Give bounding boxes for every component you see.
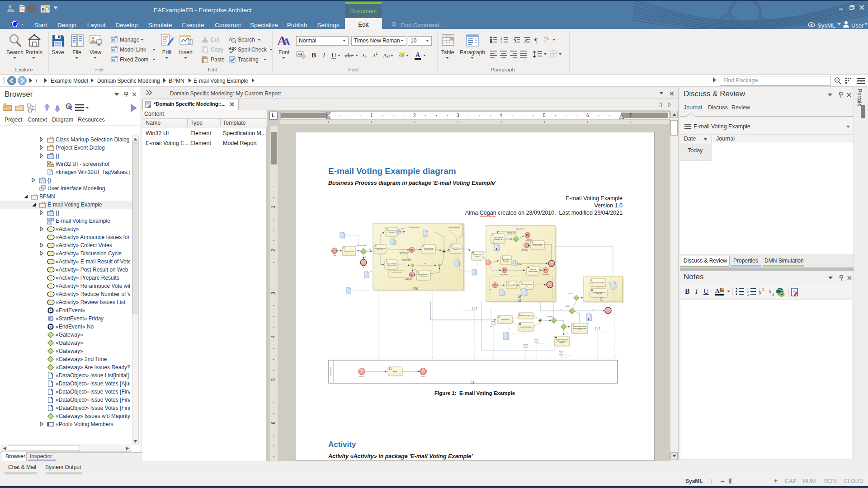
svg-text:¶: ¶: [534, 37, 538, 44]
svg-text:1: 1: [747, 287, 749, 291]
svg-text:A: A: [715, 287, 720, 294]
svg-text:3: 3: [500, 41, 502, 44]
svg-text:Yes: Yes: [592, 309, 594, 310]
svg-text:B: B: [311, 52, 316, 59]
svg-text:Friday: Friday: [333, 254, 336, 256]
svg-text:1: 1: [370, 113, 373, 118]
svg-text:5 days: 5 days: [401, 228, 404, 230]
svg-text:U: U: [331, 52, 336, 59]
svg-text:No: No: [566, 333, 568, 334]
svg-text:3: 3: [457, 113, 459, 118]
svg-text:Change Votes: Change Votes: [595, 293, 603, 295]
svg-text:Vote: Vote: [578, 329, 581, 331]
svg-text:No: No: [363, 267, 364, 268]
svg-text:Aa: Aa: [297, 52, 302, 56]
svg-text:4: 4: [271, 335, 276, 338]
svg-text:2: 2: [271, 249, 276, 252]
svg-text:2: 2: [762, 287, 764, 292]
svg-text:call Discussion: call Discussion: [420, 275, 428, 277]
svg-text:Review Issue List: Review Issue List: [344, 250, 354, 252]
svg-text:Vote: Vote: [491, 326, 493, 327]
svg-text:Before 1 day: Before 1 day: [542, 273, 549, 275]
svg-text:Deadline Warning: Deadline Warning: [528, 271, 538, 272]
svg-text:E-mail Results of Votes: E-mail Results of Votes: [520, 326, 533, 328]
svg-text:Thursday 9am?: Thursday 9am?: [404, 279, 413, 281]
svg-text:5: 5: [271, 378, 276, 381]
svg-text:ABC: ABC: [229, 46, 236, 51]
svg-text:Thursday 9am: Thursday 9am: [521, 250, 528, 252]
svg-text:Post Results on Web Site: Post Results on Web Site: [519, 315, 533, 317]
svg-text:Act Vote: Act Vote: [393, 371, 397, 372]
svg-text:Start[over]: Start[over]: [359, 376, 364, 377]
svg-text:A: A: [283, 36, 291, 47]
svg-text:Are Issues Ready?: Are Issues Ready?: [357, 244, 367, 246]
svg-text:Vote Results: Vote Results: [518, 348, 524, 350]
svg-text:Progress: Progress: [453, 249, 458, 250]
svg-text:for Vote: for Vote: [476, 256, 480, 258]
svg-text:6: 6: [586, 113, 589, 118]
svg-text:Relay 0 E-Rule: Relay 0 E-Rule: [500, 274, 508, 276]
svg-text:Deadline Warning: Deadline Warning: [424, 249, 434, 251]
svg-text:Voting Members: Voting Members: [330, 366, 332, 376]
svg-text:Conference Call: Conference Call: [387, 264, 396, 266]
svg-text:Discussion: Discussion: [377, 249, 383, 251]
svg-text:Deadline Warning: Deadline Warning: [537, 343, 546, 344]
svg-text:x: x: [769, 288, 772, 295]
svg-text:Vote Announcement: Vote Announcement: [463, 310, 473, 311]
svg-text:solutions.: solutions.: [448, 230, 453, 231]
svg-text:No: No: [365, 256, 367, 258]
svg-text:14 Days: 14 Days: [517, 263, 522, 265]
svg-text:Change Vote Request: Change Vote Request: [599, 331, 610, 333]
svg-text:every two weeks: every two weeks: [392, 273, 401, 275]
svg-text:5: 5: [543, 113, 546, 118]
svg-text:Conference Call: Conference Call: [494, 239, 502, 240]
svg-text:Reduce to Two Solutions: Reduce to Two Solutions: [591, 282, 604, 284]
svg-text:Site: Site: [526, 285, 528, 287]
svg-text:7: 7: [629, 113, 632, 118]
svg-text:1: 1: [271, 206, 276, 208]
svg-text:2: 2: [772, 292, 774, 297]
svg-text:Discussion Cycle: Discussion Cycle: [410, 226, 420, 228]
svg-text:Discussion: Discussion: [389, 232, 395, 234]
svg-text:Collect Votes: Collect Votes: [516, 228, 524, 230]
svg-text:Majority?: Majority?: [565, 306, 570, 307]
svg-text:Prepare Results: Prepare Results: [501, 319, 509, 320]
svg-text:U: U: [703, 287, 709, 295]
svg-text:No: No: [414, 269, 416, 271]
svg-text:Yes: Yes: [560, 309, 562, 310]
svg-text:I: I: [322, 52, 326, 59]
svg-text:3: 3: [271, 292, 276, 295]
svg-text:Aa: Aa: [383, 52, 390, 59]
svg-text:A: A: [415, 52, 420, 58]
svg-text:Yes: Yes: [369, 249, 371, 250]
svg-text:Discussion Mode?: Discussion Mode?: [401, 260, 411, 262]
svg-text:2: 2: [413, 113, 416, 118]
svg-text:Announcement: Announcement: [400, 253, 408, 255]
svg-text:B: B: [685, 287, 690, 295]
svg-text:Full Vote: Full Vote: [568, 293, 573, 294]
svg-text:2: 2: [376, 52, 377, 56]
svg-text:Warning: Warning: [565, 357, 569, 358]
svg-text:3: 3: [747, 293, 749, 296]
svg-text:End[over]: End[over]: [421, 376, 426, 377]
svg-text:Vote: Vote: [490, 289, 492, 290]
svg-text:x: x: [759, 289, 762, 296]
svg-text:2: 2: [365, 55, 367, 59]
svg-text:I: I: [695, 287, 698, 295]
svg-text:Yes: Yes: [424, 263, 426, 265]
svg-text:4: 4: [500, 113, 502, 118]
svg-text:Increment Tally: Increment Tally: [508, 284, 516, 286]
svg-text:Voting Week?: Voting Week?: [507, 233, 515, 235]
svg-text:6: 6: [271, 422, 276, 424]
svg-text:members: members: [560, 342, 565, 343]
svg-text:Members Vote: Members Vote: [546, 317, 553, 319]
svg-text:Call Discussion: Call Discussion: [533, 245, 542, 247]
svg-text:Discussion: Discussion: [503, 260, 509, 262]
